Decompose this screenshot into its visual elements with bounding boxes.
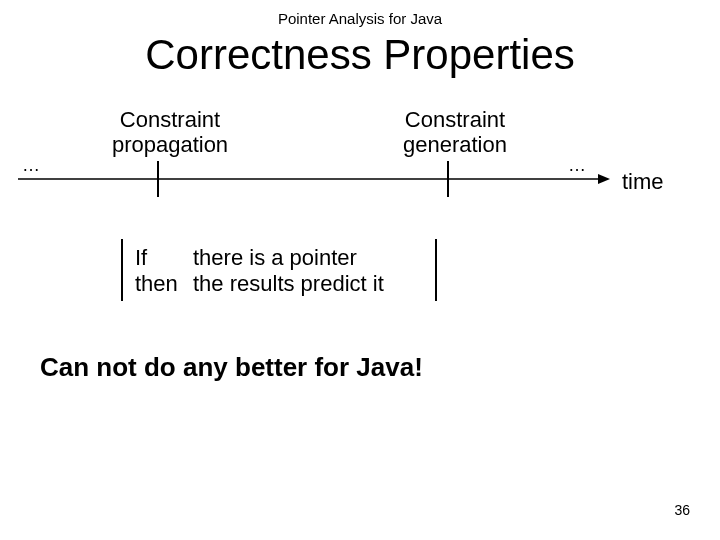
label-constraint-generation: Constraint generation — [380, 107, 530, 158]
label-propagation-line1: Constraint — [120, 107, 220, 132]
time-label: time — [622, 169, 664, 195]
if-body: there is a pointer — [193, 245, 357, 271]
svg-marker-1 — [598, 174, 610, 184]
page-number: 36 — [674, 502, 690, 518]
label-constraint-propagation: Constraint propagation — [95, 107, 245, 158]
label-generation-line1: Constraint — [405, 107, 505, 132]
label-generation-line2: generation — [403, 132, 507, 157]
if-then-text: If there is a pointer then the results p… — [135, 245, 384, 297]
if-keyword: If — [135, 245, 193, 271]
timeline-area: Constraint propagation Constraint genera… — [0, 107, 720, 217]
timeline-arrow — [18, 155, 618, 205]
then-keyword: then — [135, 271, 193, 297]
page-title: Correctness Properties — [0, 31, 720, 79]
header-small: Pointer Analysis for Java — [0, 0, 720, 27]
label-propagation-line2: propagation — [112, 132, 228, 157]
if-then-area: If there is a pointer then the results p… — [0, 237, 720, 317]
bottom-statement: Can not do any better for Java! — [40, 352, 720, 383]
then-body: the results predict it — [193, 271, 384, 297]
